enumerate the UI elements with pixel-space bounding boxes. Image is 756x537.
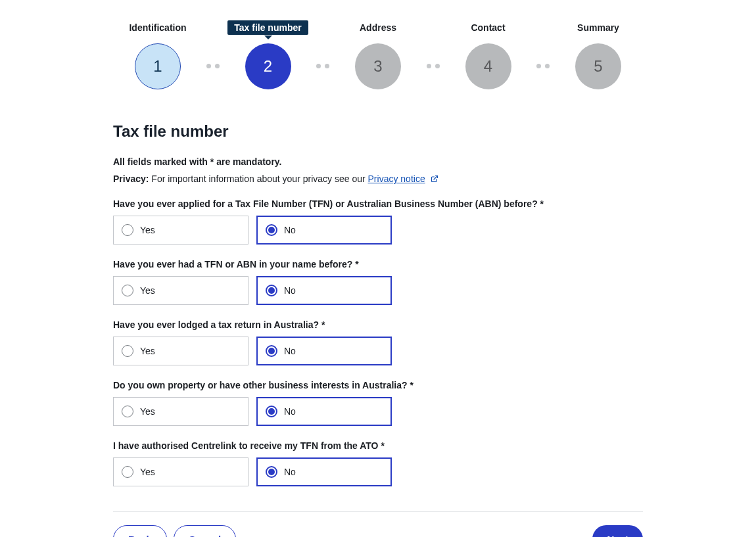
step-separator-dots: [427, 64, 440, 68]
radio-yes[interactable]: Yes: [113, 276, 248, 305]
radio-icon: [266, 406, 277, 417]
radio-no[interactable]: No: [256, 457, 392, 486]
step-separator-dots: [206, 64, 220, 68]
radio-icon: [122, 406, 133, 417]
question-had-tfn-abn: Have you ever had a TFN or ABN in your n…: [113, 259, 643, 305]
radio-no[interactable]: No: [256, 397, 392, 426]
radio-yes[interactable]: Yes: [113, 397, 248, 426]
question-applied-tfn-abn: Have you ever applied for a Tax File Num…: [113, 198, 643, 245]
radio-yes[interactable]: Yes: [113, 216, 248, 245]
form-actions: Back Cancel Next: [113, 525, 643, 537]
page-title: Tax file number: [113, 122, 643, 141]
next-button[interactable]: Next: [592, 525, 643, 537]
step-summary[interactable]: Summary 5: [554, 20, 643, 89]
step-tax-file-number[interactable]: Tax file number 2: [224, 20, 313, 89]
radio-no[interactable]: No: [256, 337, 392, 365]
question-centrelink-authorised: I have authorised Centrelink to receive …: [113, 440, 643, 486]
privacy-line: Privacy: For important information about…: [113, 174, 643, 184]
radio-icon: [266, 285, 277, 296]
radio-icon: [122, 466, 133, 478]
radio-no[interactable]: No: [256, 276, 392, 305]
radio-no[interactable]: No: [256, 216, 392, 245]
radio-icon: [266, 466, 277, 478]
radio-yes[interactable]: Yes: [113, 457, 248, 486]
mandatory-note: All fields marked with * are mandatory.: [113, 156, 643, 167]
question-lodged-tax-return: Have you ever lodged a tax return in Aus…: [113, 319, 643, 365]
radio-icon: [122, 285, 133, 296]
progress-stepper: Identification 1 Tax file number 2 Addre…: [113, 0, 643, 122]
back-button[interactable]: Back: [113, 525, 167, 537]
step-separator-dots: [536, 64, 550, 68]
radio-yes[interactable]: Yes: [113, 337, 248, 365]
radio-icon: [266, 345, 277, 357]
svg-line-0: [434, 176, 438, 180]
step-separator-dots: [316, 64, 329, 68]
radio-icon: [122, 224, 133, 236]
divider: [113, 511, 643, 512]
external-link-icon: [431, 175, 438, 183]
step-contact[interactable]: Contact 4: [444, 20, 533, 89]
question-property-business: Do you own property or have other busine…: [113, 380, 643, 426]
cancel-button[interactable]: Cancel: [174, 525, 236, 537]
radio-icon: [122, 345, 133, 357]
step-identification[interactable]: Identification 1: [113, 20, 202, 89]
step-address[interactable]: Address 3: [333, 20, 423, 89]
privacy-notice-link[interactable]: Privacy notice: [368, 174, 425, 184]
radio-icon: [266, 224, 277, 236]
